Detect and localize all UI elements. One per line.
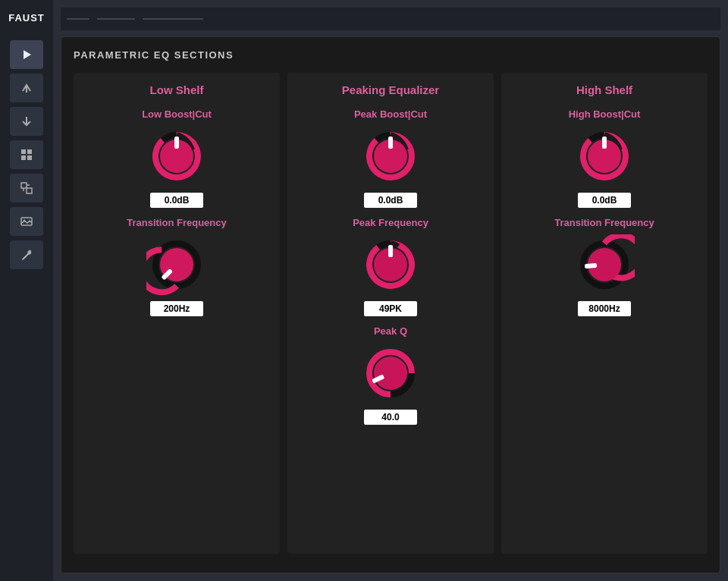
low-transition-freq-knob[interactable] — [146, 234, 207, 295]
peak-frequency-label: Peak Frequency — [353, 217, 428, 228]
peak-q-knob[interactable] — [360, 343, 421, 404]
code-bar — [61, 8, 720, 30]
low-boost-cut-label: Low Boost|Cut — [142, 108, 212, 120]
eq-panel: PARAMETRIC EQ SECTIONS Low Shelf Low Boo… — [61, 36, 720, 573]
low-shelf-section: Low Shelf Low Boost|Cut — [74, 73, 280, 554]
peak-boost-cut-label: Peak Boost|Cut — [354, 108, 427, 120]
eq-panel-title: PARAMETRIC EQ SECTIONS — [74, 49, 708, 61]
low-boost-cut-knob[interactable] — [146, 126, 207, 187]
sidebar: FAUST — [0, 0, 53, 581]
sidebar-item-image[interactable] — [10, 207, 43, 236]
peak-q-group: Peak Q 40.0 — [295, 325, 486, 425]
peak-boost-cut-knob[interactable] — [360, 126, 421, 187]
low-shelf-title: Low Shelf — [150, 83, 204, 96]
svg-rect-7 — [21, 183, 27, 188]
high-transition-freq-group: Transition Frequency — [509, 217, 700, 316]
svg-rect-6 — [27, 155, 32, 160]
peak-boost-cut-value[interactable]: 0.0dB — [364, 193, 417, 208]
high-shelf-section: High Shelf High Boost|Cut 0.0dB — [501, 73, 708, 554]
low-boost-cut-value[interactable]: 0.0dB — [150, 193, 203, 208]
svg-rect-21 — [388, 137, 393, 149]
svg-rect-8 — [27, 188, 32, 193]
high-transition-freq-value[interactable]: 8000Hz — [578, 301, 631, 316]
peak-frequency-value[interactable]: 49PK — [364, 301, 417, 316]
svg-marker-0 — [24, 50, 31, 59]
peak-frequency-group: Peak Frequency 49PK — [295, 217, 486, 316]
peak-boost-cut-group: Peak Boost|Cut 0.0dB — [295, 108, 486, 208]
svg-rect-4 — [27, 149, 32, 154]
high-boost-cut-value[interactable]: 0.0dB — [578, 193, 631, 208]
app-logo: FAUST — [8, 8, 45, 28]
sidebar-item-grid[interactable] — [10, 140, 43, 169]
peak-frequency-knob[interactable] — [360, 234, 421, 295]
low-boost-cut-group: Low Boost|Cut — [81, 108, 272, 208]
low-transition-freq-group: Transition Frequency — [81, 217, 272, 316]
svg-rect-30 — [602, 137, 607, 149]
peak-q-label: Peak Q — [374, 325, 407, 337]
high-transition-freq-label: Transition Frequency — [554, 217, 654, 228]
peaking-eq-title: Peaking Equalizer — [342, 83, 439, 96]
sidebar-item-wrench[interactable] — [10, 240, 43, 269]
high-boost-cut-label: High Boost|Cut — [569, 108, 641, 120]
svg-rect-5 — [21, 155, 26, 160]
sidebar-item-upload[interactable] — [10, 74, 43, 102]
peak-q-value[interactable]: 40.0 — [364, 410, 417, 425]
sidebar-item-play[interactable] — [10, 40, 43, 69]
sidebar-item-download[interactable] — [10, 107, 43, 136]
high-boost-cut-group: High Boost|Cut 0.0dB — [509, 108, 700, 208]
low-transition-freq-value[interactable]: 200Hz — [150, 301, 203, 316]
high-boost-cut-knob[interactable] — [574, 126, 635, 187]
svg-rect-24 — [388, 245, 393, 257]
high-transition-freq-knob[interactable] — [574, 234, 635, 295]
high-shelf-title: High Shelf — [576, 83, 632, 96]
code-line — [67, 18, 89, 20]
svg-rect-15 — [174, 137, 179, 149]
sidebar-item-transform[interactable] — [10, 174, 43, 203]
low-transition-freq-label: Transition Frequency — [127, 217, 226, 228]
main-area: PARAMETRIC EQ SECTIONS Low Shelf Low Boo… — [53, 0, 728, 581]
eq-sections: Low Shelf Low Boost|Cut — [74, 73, 708, 554]
svg-rect-3 — [21, 149, 26, 154]
code-line — [143, 18, 203, 20]
svg-point-26 — [374, 356, 407, 390]
peaking-eq-section: Peaking Equalizer Peak Boost|Cut 0.0dB — [287, 73, 494, 554]
code-line — [97, 18, 135, 20]
